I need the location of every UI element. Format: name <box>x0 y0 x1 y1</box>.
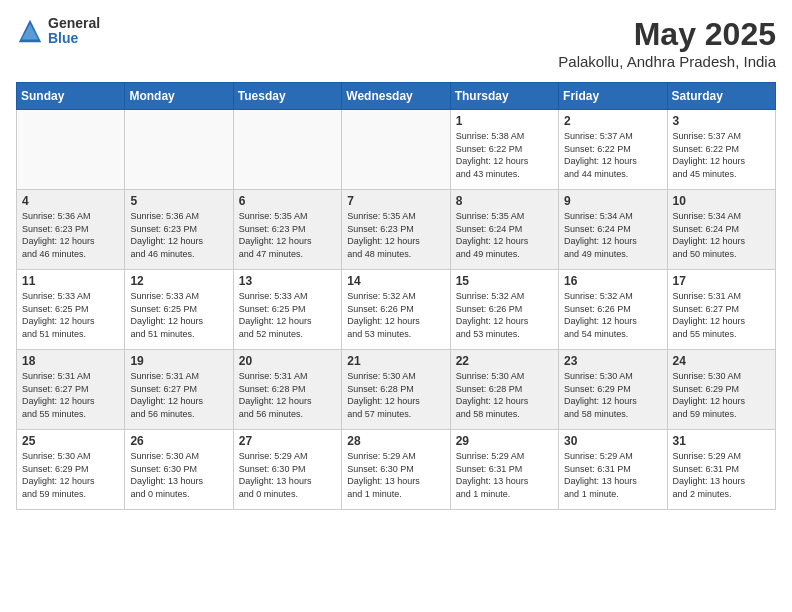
day-number: 11 <box>22 274 119 288</box>
day-info: Sunrise: 5:29 AM Sunset: 6:31 PM Dayligh… <box>673 450 770 500</box>
weekday-header-wednesday: Wednesday <box>342 83 450 110</box>
calendar-day <box>342 110 450 190</box>
day-number: 23 <box>564 354 661 368</box>
calendar-day: 2Sunrise: 5:37 AM Sunset: 6:22 PM Daylig… <box>559 110 667 190</box>
day-info: Sunrise: 5:33 AM Sunset: 6:25 PM Dayligh… <box>239 290 336 340</box>
calendar-day: 3Sunrise: 5:37 AM Sunset: 6:22 PM Daylig… <box>667 110 775 190</box>
calendar-day: 1Sunrise: 5:38 AM Sunset: 6:22 PM Daylig… <box>450 110 558 190</box>
calendar-day: 30Sunrise: 5:29 AM Sunset: 6:31 PM Dayli… <box>559 430 667 510</box>
calendar-day: 27Sunrise: 5:29 AM Sunset: 6:30 PM Dayli… <box>233 430 341 510</box>
day-number: 4 <box>22 194 119 208</box>
month-title: May 2025 <box>558 16 776 53</box>
calendar-week-3: 11Sunrise: 5:33 AM Sunset: 6:25 PM Dayli… <box>17 270 776 350</box>
calendar-day: 15Sunrise: 5:32 AM Sunset: 6:26 PM Dayli… <box>450 270 558 350</box>
day-number: 20 <box>239 354 336 368</box>
calendar-week-4: 18Sunrise: 5:31 AM Sunset: 6:27 PM Dayli… <box>17 350 776 430</box>
day-info: Sunrise: 5:29 AM Sunset: 6:30 PM Dayligh… <box>239 450 336 500</box>
calendar-day: 11Sunrise: 5:33 AM Sunset: 6:25 PM Dayli… <box>17 270 125 350</box>
weekday-header-sunday: Sunday <box>17 83 125 110</box>
weekday-header-tuesday: Tuesday <box>233 83 341 110</box>
day-info: Sunrise: 5:34 AM Sunset: 6:24 PM Dayligh… <box>673 210 770 260</box>
day-info: Sunrise: 5:30 AM Sunset: 6:29 PM Dayligh… <box>673 370 770 420</box>
calendar-day <box>17 110 125 190</box>
day-number: 14 <box>347 274 444 288</box>
calendar-day: 18Sunrise: 5:31 AM Sunset: 6:27 PM Dayli… <box>17 350 125 430</box>
day-number: 29 <box>456 434 553 448</box>
day-number: 26 <box>130 434 227 448</box>
calendar-day: 14Sunrise: 5:32 AM Sunset: 6:26 PM Dayli… <box>342 270 450 350</box>
day-info: Sunrise: 5:31 AM Sunset: 6:27 PM Dayligh… <box>22 370 119 420</box>
calendar-day: 19Sunrise: 5:31 AM Sunset: 6:27 PM Dayli… <box>125 350 233 430</box>
calendar-day: 26Sunrise: 5:30 AM Sunset: 6:30 PM Dayli… <box>125 430 233 510</box>
calendar-week-5: 25Sunrise: 5:30 AM Sunset: 6:29 PM Dayli… <box>17 430 776 510</box>
calendar-day: 8Sunrise: 5:35 AM Sunset: 6:24 PM Daylig… <box>450 190 558 270</box>
day-info: Sunrise: 5:30 AM Sunset: 6:29 PM Dayligh… <box>22 450 119 500</box>
day-info: Sunrise: 5:35 AM Sunset: 6:24 PM Dayligh… <box>456 210 553 260</box>
day-info: Sunrise: 5:36 AM Sunset: 6:23 PM Dayligh… <box>130 210 227 260</box>
calendar-week-1: 1Sunrise: 5:38 AM Sunset: 6:22 PM Daylig… <box>17 110 776 190</box>
calendar-day: 24Sunrise: 5:30 AM Sunset: 6:29 PM Dayli… <box>667 350 775 430</box>
day-info: Sunrise: 5:31 AM Sunset: 6:27 PM Dayligh… <box>130 370 227 420</box>
day-number: 6 <box>239 194 336 208</box>
page-header: General Blue May 2025 Palakollu, Andhra … <box>16 16 776 70</box>
day-number: 12 <box>130 274 227 288</box>
day-info: Sunrise: 5:32 AM Sunset: 6:26 PM Dayligh… <box>456 290 553 340</box>
day-number: 2 <box>564 114 661 128</box>
day-info: Sunrise: 5:36 AM Sunset: 6:23 PM Dayligh… <box>22 210 119 260</box>
day-number: 10 <box>673 194 770 208</box>
calendar-day: 25Sunrise: 5:30 AM Sunset: 6:29 PM Dayli… <box>17 430 125 510</box>
logo-blue: Blue <box>48 31 100 46</box>
day-info: Sunrise: 5:32 AM Sunset: 6:26 PM Dayligh… <box>347 290 444 340</box>
calendar-day: 7Sunrise: 5:35 AM Sunset: 6:23 PM Daylig… <box>342 190 450 270</box>
day-number: 5 <box>130 194 227 208</box>
day-info: Sunrise: 5:38 AM Sunset: 6:22 PM Dayligh… <box>456 130 553 180</box>
weekday-header-thursday: Thursday <box>450 83 558 110</box>
calendar-day <box>233 110 341 190</box>
day-info: Sunrise: 5:30 AM Sunset: 6:28 PM Dayligh… <box>456 370 553 420</box>
calendar-day: 6Sunrise: 5:35 AM Sunset: 6:23 PM Daylig… <box>233 190 341 270</box>
day-number: 15 <box>456 274 553 288</box>
day-number: 24 <box>673 354 770 368</box>
day-number: 9 <box>564 194 661 208</box>
day-number: 7 <box>347 194 444 208</box>
day-number: 28 <box>347 434 444 448</box>
day-info: Sunrise: 5:30 AM Sunset: 6:29 PM Dayligh… <box>564 370 661 420</box>
day-info: Sunrise: 5:31 AM Sunset: 6:27 PM Dayligh… <box>673 290 770 340</box>
title-section: May 2025 Palakollu, Andhra Pradesh, Indi… <box>558 16 776 70</box>
day-info: Sunrise: 5:33 AM Sunset: 6:25 PM Dayligh… <box>22 290 119 340</box>
calendar-day: 22Sunrise: 5:30 AM Sunset: 6:28 PM Dayli… <box>450 350 558 430</box>
day-info: Sunrise: 5:30 AM Sunset: 6:28 PM Dayligh… <box>347 370 444 420</box>
weekday-header-saturday: Saturday <box>667 83 775 110</box>
day-info: Sunrise: 5:33 AM Sunset: 6:25 PM Dayligh… <box>130 290 227 340</box>
calendar-day: 5Sunrise: 5:36 AM Sunset: 6:23 PM Daylig… <box>125 190 233 270</box>
calendar-day: 9Sunrise: 5:34 AM Sunset: 6:24 PM Daylig… <box>559 190 667 270</box>
day-info: Sunrise: 5:29 AM Sunset: 6:31 PM Dayligh… <box>456 450 553 500</box>
day-number: 16 <box>564 274 661 288</box>
calendar-day: 23Sunrise: 5:30 AM Sunset: 6:29 PM Dayli… <box>559 350 667 430</box>
day-number: 13 <box>239 274 336 288</box>
day-info: Sunrise: 5:29 AM Sunset: 6:31 PM Dayligh… <box>564 450 661 500</box>
day-number: 30 <box>564 434 661 448</box>
day-number: 22 <box>456 354 553 368</box>
day-info: Sunrise: 5:35 AM Sunset: 6:23 PM Dayligh… <box>239 210 336 260</box>
day-info: Sunrise: 5:32 AM Sunset: 6:26 PM Dayligh… <box>564 290 661 340</box>
calendar-day: 4Sunrise: 5:36 AM Sunset: 6:23 PM Daylig… <box>17 190 125 270</box>
calendar-day: 17Sunrise: 5:31 AM Sunset: 6:27 PM Dayli… <box>667 270 775 350</box>
day-number: 3 <box>673 114 770 128</box>
calendar-week-2: 4Sunrise: 5:36 AM Sunset: 6:23 PM Daylig… <box>17 190 776 270</box>
day-number: 27 <box>239 434 336 448</box>
weekday-header-friday: Friday <box>559 83 667 110</box>
calendar-day: 31Sunrise: 5:29 AM Sunset: 6:31 PM Dayli… <box>667 430 775 510</box>
day-number: 1 <box>456 114 553 128</box>
logo: General Blue <box>16 16 100 47</box>
day-info: Sunrise: 5:29 AM Sunset: 6:30 PM Dayligh… <box>347 450 444 500</box>
calendar-day: 16Sunrise: 5:32 AM Sunset: 6:26 PM Dayli… <box>559 270 667 350</box>
logo-icon <box>16 17 44 45</box>
day-info: Sunrise: 5:34 AM Sunset: 6:24 PM Dayligh… <box>564 210 661 260</box>
day-info: Sunrise: 5:31 AM Sunset: 6:28 PM Dayligh… <box>239 370 336 420</box>
day-number: 25 <box>22 434 119 448</box>
weekday-header-row: SundayMondayTuesdayWednesdayThursdayFrid… <box>17 83 776 110</box>
day-info: Sunrise: 5:37 AM Sunset: 6:22 PM Dayligh… <box>564 130 661 180</box>
calendar-day: 29Sunrise: 5:29 AM Sunset: 6:31 PM Dayli… <box>450 430 558 510</box>
logo-general: General <box>48 16 100 31</box>
